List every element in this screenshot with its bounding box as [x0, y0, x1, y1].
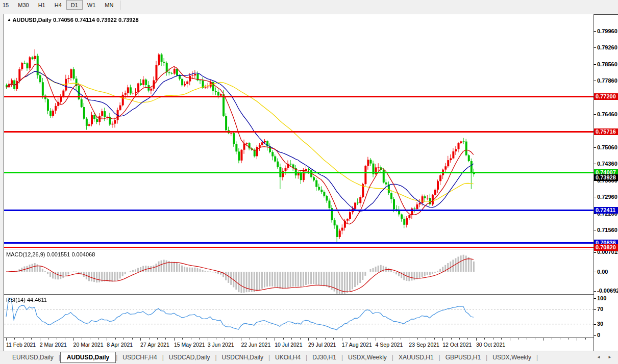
timeframe-button-mn[interactable]: MN: [100, 0, 118, 10]
price-tick-mark: [594, 114, 596, 115]
price-tick-mark: [594, 164, 596, 164]
date-tick: [585, 338, 586, 340]
date-tick: [342, 338, 342, 341]
date-tick: [376, 338, 376, 341]
level-line-0.77200[interactable]: [4, 96, 594, 97]
tab-audusd-daily[interactable]: AUDUSD,Daily: [60, 352, 116, 363]
panel-separator[interactable]: [4, 294, 594, 295]
macd-tick-mark: [594, 291, 596, 292]
macd-tick-mark: [594, 252, 596, 253]
date-tick: [359, 338, 359, 340]
tab-eurusd-daily[interactable]: EURUSD,Daily: [7, 351, 59, 363]
date-tick: [98, 338, 99, 340]
date-tick: [149, 338, 150, 340]
date-tick: [392, 338, 392, 340]
date-axis[interactable]: 11 Feb 20212 Mar 202120 Mar 20218 Apr 20…: [4, 338, 594, 350]
date-tick: [275, 338, 275, 341]
date-tick: [401, 338, 401, 340]
price-tick-label: 0.71560: [597, 227, 617, 233]
level-line-0.75716[interactable]: [4, 131, 594, 133]
chart-ohlc-values: 0.74056 0.74114 0.73922 0.73928: [53, 17, 139, 23]
date-tick: [6, 338, 7, 341]
date-tick: [467, 338, 468, 340]
date-tick: [426, 338, 426, 340]
date-tick: [65, 338, 65, 340]
date-tick: [258, 338, 258, 340]
tab-usdcad-daily[interactable]: USDCAD,Daily: [164, 351, 215, 363]
date-label: 4 Sep 2021: [376, 342, 403, 348]
macd-tick-label: 0.00: [597, 269, 608, 275]
date-label: 8 Apr 2021: [107, 342, 133, 348]
rsi-tick-mark: [594, 309, 596, 310]
price-tick-label: 0.72960: [597, 194, 617, 200]
date-tick: [165, 338, 166, 340]
date-tick: [552, 338, 552, 340]
tab-usdcnh-daily[interactable]: USDCNH,Daily: [217, 351, 268, 363]
date-tick: [40, 338, 40, 341]
chart-tab-bar: EURUSD,Daily|AUDUSD,Daily|USDCHF,H4|USDC…: [0, 351, 618, 364]
timeframe-button-d1[interactable]: D1: [66, 0, 83, 10]
tab-dj30-h1[interactable]: DJ30,H1: [307, 351, 341, 363]
panel-separator[interactable]: [4, 249, 594, 249]
date-tick: [48, 338, 48, 340]
date-tick: [493, 338, 493, 340]
rsi-tick-label: 100: [597, 295, 606, 302]
price-tick-label: 0.74360: [597, 161, 617, 167]
date-label: 30 Oct 2021: [476, 342, 505, 348]
date-tick: [459, 338, 460, 340]
chart-symbol-label: AUDUSD,Daily: [13, 17, 52, 23]
rsi-indicator-chart[interactable]: [4, 295, 594, 337]
tab-usdx-weekly[interactable]: USDX,Weekly: [487, 351, 536, 363]
price-tick-mark: [594, 147, 596, 148]
date-tick: [417, 338, 418, 340]
price-tick-mark: [594, 81, 596, 81]
date-tick: [191, 338, 191, 340]
level-line-0.72411[interactable]: [4, 210, 594, 211]
tab-scroll-arrows-icon[interactable]: ◄ ►: [597, 355, 615, 359]
date-tick: [266, 338, 267, 340]
date-label: 22 Jun 2021: [241, 342, 270, 348]
price-tick-mark: [594, 230, 596, 230]
date-tick: [115, 338, 116, 340]
tab-gbpusd-h1[interactable]: GBPUSD,H1: [440, 351, 486, 363]
date-tick: [82, 338, 82, 340]
tab-usdx-weekly[interactable]: USDX,Weekly: [343, 351, 392, 363]
date-tick: [476, 338, 477, 341]
price-tick-mark: [594, 197, 596, 197]
date-tick: [325, 338, 326, 340]
date-label: 2 Mar 2021: [40, 342, 67, 348]
date-tick: [560, 338, 560, 340]
date-tick: [250, 338, 250, 340]
date-tick: [434, 338, 435, 340]
date-tick: [107, 338, 107, 341]
date-label: 27 Apr 2021: [140, 342, 169, 348]
date-label: 12 Oct 2021: [442, 342, 472, 348]
timeframe-button-15[interactable]: 15: [0, 0, 13, 10]
timeframe-button-h1[interactable]: H1: [34, 0, 50, 10]
date-label: 29 Jul 2021: [308, 342, 336, 348]
date-tick: [23, 338, 23, 340]
price-tick-mark: [594, 47, 596, 48]
date-tick: [543, 338, 543, 341]
collapse-arrow-icon[interactable]: ▲: [7, 17, 11, 22]
timeframe-button-h4[interactable]: H4: [50, 0, 66, 10]
price-tick-mark: [594, 64, 596, 65]
level-line-0.74007[interactable]: [4, 172, 594, 173]
level-line-0.70820[interactable]: [4, 247, 594, 248]
price-tick-label: 0.79960: [597, 28, 617, 35]
rsi-tick-mark: [594, 335, 596, 336]
rsi-tick-label: 30: [597, 321, 603, 327]
timeframe-button-w1[interactable]: W1: [83, 0, 101, 10]
level-line-0.70836[interactable]: [4, 242, 594, 244]
tab-usdchf-h4[interactable]: USDCHF,H4: [117, 351, 162, 363]
date-tick: [241, 338, 241, 341]
date-tick: [501, 338, 502, 340]
tab-xauusd-h1[interactable]: XAUUSD,H1: [393, 351, 439, 363]
date-tick: [568, 338, 569, 340]
rsi-tick-label: 0: [597, 332, 600, 339]
tab-ukoil-h4[interactable]: UKOil,H4: [270, 351, 306, 363]
date-tick: [14, 338, 15, 340]
toolbar-separator: [120, 1, 120, 10]
timeframe-button-m30[interactable]: M30: [13, 0, 33, 10]
date-tick: [333, 338, 334, 340]
